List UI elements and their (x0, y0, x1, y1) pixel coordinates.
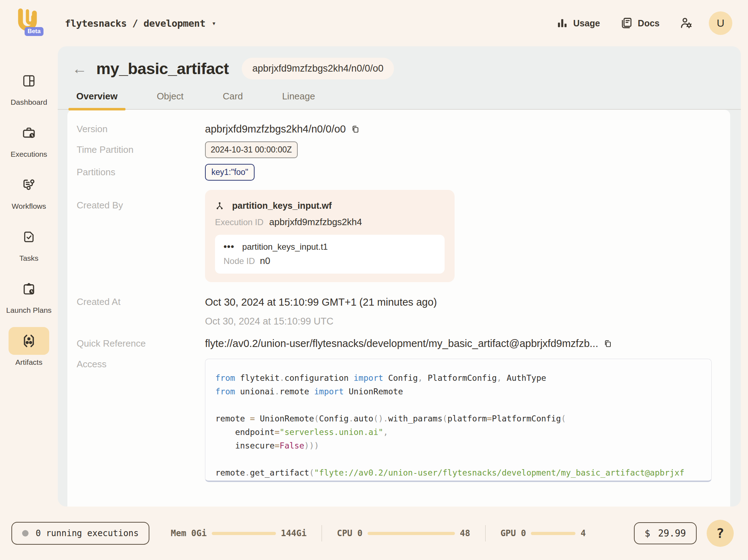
created-at-label: Created At (77, 296, 205, 307)
sidebar-item-artifacts[interactable]: Artifacts (0, 327, 58, 367)
node-id-value: n0 (260, 255, 270, 266)
executions-icon (21, 125, 36, 140)
created-by-task-link[interactable]: ••• partition_keys_input.t1 (224, 242, 436, 252)
created-by-card: partition_keys_input.wf Execution ID apb… (205, 190, 455, 282)
sidebar-label-tasks: Tasks (17, 254, 41, 263)
artifact-version-badge: apbrjxfd9mzfzbgs2kh4/n0/0/o0 (242, 58, 394, 79)
status-dot (22, 530, 29, 536)
top-header: Beta flytesnacks / development ▾ Usage D… (0, 0, 748, 46)
main-panel: ← my_basic_artifact apbrjxfd9mzfzbgs2kh4… (58, 46, 741, 507)
docs-button[interactable]: Docs (620, 17, 660, 30)
gpu-label: GPU (501, 528, 516, 538)
sidebar-item-tasks[interactable]: Tasks (0, 223, 58, 263)
mem-bar (212, 532, 276, 535)
sidebar-label-executions: Executions (9, 150, 50, 159)
time-partition-row: Time Partition 2024-10-31 00:00:00Z (67, 141, 730, 158)
bar-chart-icon (556, 17, 568, 29)
access-label: Access (77, 359, 205, 370)
mem-max: 144Gi (281, 528, 307, 538)
workflow-fork-icon (215, 201, 224, 211)
sidebar-label-workflows: Workflows (10, 202, 48, 211)
cpu-label: CPU (337, 528, 352, 538)
cpu-max: 48 (460, 528, 470, 538)
partition-chip: key1:"foo" (205, 164, 255, 181)
created-at-local: Oct 30, 2024 at 15:10:99 GMT+1 (21 minut… (205, 296, 721, 308)
tab-object[interactable]: Object (149, 91, 191, 109)
avatar[interactable]: U (709, 11, 732, 35)
chevron-down-icon: ▾ (212, 19, 216, 27)
access-code: from flytekit.configuration import Confi… (205, 359, 712, 482)
sidebar-label-dashboard: Dashboard (9, 98, 50, 107)
created-at-utc: Oct 30, 2024 at 15:10:99 UTC (205, 316, 721, 327)
sidebar-item-workflows[interactable]: Workflows (0, 171, 58, 211)
avatar-initial: U (717, 17, 724, 29)
cost-value: 29.99 (658, 528, 686, 539)
version-row: Version apbrjxfd9mzfzbgs2kh4/n0/0/o0 (67, 123, 730, 135)
quick-reference-row: Quick Reference flyte://av0.2/union-user… (67, 338, 730, 349)
created-by-task-card: ••• partition_keys_input.t1 Node ID n0 (215, 235, 445, 274)
sidebar-item-launch-plans[interactable]: Launch Plans (0, 275, 58, 315)
back-button[interactable]: ← (72, 61, 87, 76)
node-id-row: Node ID n0 (224, 255, 436, 266)
ellipsis-icon: ••• (224, 244, 234, 250)
page-title: my_basic_artifact (96, 59, 229, 78)
help-button[interactable]: ? (707, 520, 734, 547)
execution-id-row: Execution ID apbrjxfd9mzfzbgs2kh4 (215, 217, 445, 228)
usage-button[interactable]: Usage (556, 17, 600, 29)
created-by-label: Created By (77, 190, 205, 211)
beta-badge: Beta (25, 27, 43, 36)
gpu-bar (531, 532, 575, 535)
workflows-icon (21, 177, 36, 192)
copy-icon (603, 339, 613, 348)
question-mark-icon: ? (716, 525, 724, 541)
footer-status-bar: 0 running executions Mem 0Gi 144Gi CPU 0… (0, 507, 748, 560)
launch-plans-icon (21, 281, 36, 296)
dollar-icon: $ (645, 528, 650, 539)
sidebar: Dashboard Executions (0, 46, 58, 507)
dashboard-icon (22, 74, 36, 88)
created-at-row: Created At Oct 30, 2024 at 15:10:99 GMT+… (67, 296, 730, 327)
person-gear-icon (680, 16, 693, 30)
sidebar-label-launch-plans: Launch Plans (4, 306, 53, 315)
sidebar-label-artifacts: Artifacts (13, 358, 45, 367)
mem-current: 0Gi (191, 528, 206, 538)
artifacts-icon (21, 333, 37, 349)
artifact-header: ← my_basic_artifact apbrjxfd9mzfzbgs2kh4… (58, 46, 741, 82)
meter-divider (322, 525, 322, 541)
tab-card[interactable]: Card (215, 91, 251, 109)
created-by-workflow-name: partition_keys_input.wf (232, 201, 332, 211)
cpu-current: 0 (357, 528, 362, 538)
tab-bar: Overview Object Card Lineage (58, 82, 741, 110)
breadcrumb-text: flytesnacks / development (65, 18, 205, 29)
mem-meter: Mem 0Gi 144Gi (171, 528, 307, 538)
access-row: Access from flytekit.configuration impor… (67, 359, 730, 482)
cost-button[interactable]: $ 29.99 (634, 522, 697, 544)
meter-divider (485, 525, 486, 541)
execution-id-value: apbrjxfd9mzfzbgs2kh4 (269, 217, 362, 228)
running-executions-button[interactable]: 0 running executions (11, 522, 149, 545)
partitions-label: Partitions (77, 167, 205, 178)
node-id-label: Node ID (224, 256, 255, 266)
tab-lineage[interactable]: Lineage (274, 91, 323, 109)
tasks-icon (22, 230, 36, 244)
execution-id-label: Execution ID (215, 217, 263, 227)
overview-card: Version apbrjxfd9mzfzbgs2kh4/n0/0/o0 Tim… (67, 110, 730, 507)
quick-reference-label: Quick Reference (77, 338, 205, 349)
time-partition-label: Time Partition (77, 144, 205, 155)
breadcrumb[interactable]: flytesnacks / development ▾ (65, 18, 216, 29)
resource-meters: Mem 0Gi 144Gi CPU 0 48 GPU 0 4 (171, 525, 586, 541)
gpu-meter: GPU 0 4 (501, 528, 586, 538)
gpu-max: 4 (580, 528, 585, 538)
user-settings-button[interactable] (680, 16, 693, 30)
sidebar-item-dashboard[interactable]: Dashboard (0, 67, 58, 107)
copy-quick-reference-button[interactable] (603, 339, 613, 348)
sidebar-item-executions[interactable]: Executions (0, 119, 58, 159)
created-by-row: Created By partition_keys_input.wf (67, 190, 730, 282)
created-by-workflow-link[interactable]: partition_keys_input.wf (215, 201, 445, 211)
gpu-current: 0 (521, 528, 526, 538)
usage-label: Usage (573, 18, 600, 28)
copy-version-button[interactable] (351, 125, 360, 134)
union-logo[interactable]: Beta (16, 8, 41, 38)
tab-overview[interactable]: Overview (68, 91, 125, 109)
version-value: apbrjxfd9mzfzbgs2kh4/n0/0/o0 (205, 123, 346, 135)
